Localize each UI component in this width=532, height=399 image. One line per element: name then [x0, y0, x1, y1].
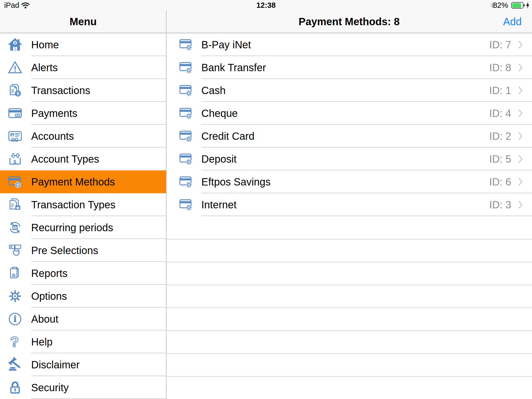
payment-method-row-credit-card[interactable]: Credit Card ID: 2 — [166, 125, 532, 148]
options-gear-icon — [8, 289, 23, 304]
recurring-calendar-icon: 10 — [8, 220, 23, 235]
sidebar-item-label: Transactions — [31, 79, 90, 102]
battery-icon — [511, 2, 523, 9]
disclaimer-gavel-icon — [8, 357, 23, 372]
chevron-right-icon — [518, 178, 523, 186]
chevron-right-icon — [518, 64, 523, 71]
sidebar-item-label: Accounts — [31, 125, 74, 148]
sidebar-item-label: Transaction Types — [31, 193, 116, 216]
row-id-label: ID: 4 — [489, 102, 511, 125]
sidebar-item-transaction-types[interactable]: Transaction Types — [0, 193, 166, 216]
home-icon: $ — [8, 37, 23, 52]
charging-bolt-icon — [526, 1, 530, 10]
payment-method-card-gear-icon — [178, 106, 194, 121]
sidebar-item-payments[interactable]: $ Payments — [0, 102, 166, 125]
sidebar-item-account-types[interactable]: $ Account Types — [0, 148, 166, 170]
chevron-right-icon — [518, 201, 523, 209]
empty-row-separator — [166, 330, 532, 331]
status-time: 12:38 — [256, 0, 276, 10]
payment-method-card-gear-icon — [178, 60, 194, 75]
payment-method-row-deposit[interactable]: Deposit ID: 5 — [166, 148, 532, 170]
payment-method-card-gear-icon — [178, 152, 194, 166]
payment-method-row-eftpos-savings[interactable]: Eftpos Savings ID: 6 — [166, 170, 532, 193]
sidebar-item-label: Security — [31, 376, 69, 399]
wifi-icon — [21, 2, 30, 10]
empty-row-separator — [166, 308, 532, 308]
sidebar-item-pre-selections[interactable]: Pre Selections — [0, 239, 166, 262]
chevron-right-icon — [518, 41, 523, 49]
svg-text:?: ? — [10, 334, 19, 349]
row-name-label: Cheque — [201, 102, 238, 125]
sidebar-item-label: Reports — [31, 262, 68, 285]
svg-text:$: $ — [13, 159, 16, 165]
payment-method-row-bank-transfer[interactable]: Bank Transfer ID: 8 — [166, 56, 532, 79]
security-lock-icon — [8, 380, 23, 395]
header-bar: iPad 12:38 82% Menu Payment Methods: 8 A — [0, 0, 532, 33]
chevron-right-icon — [518, 87, 523, 94]
empty-row-separator — [166, 285, 532, 285]
sidebar-item-label: Payment Methods — [31, 170, 115, 193]
reports-chart-icon — [8, 266, 23, 281]
sidebar-item-security[interactable]: Security — [0, 376, 166, 399]
payment-method-card-gear-icon — [178, 129, 194, 143]
empty-row-separator — [166, 239, 532, 240]
payment-method-row-cash[interactable]: Cash ID: 1 — [166, 79, 532, 102]
split-view-divider — [166, 10, 167, 399]
row-name-label: Eftpos Savings — [201, 170, 271, 193]
sidebar-item-payment-methods[interactable]: Payment Methods — [0, 170, 166, 193]
transactions-document-icon: $ — [8, 83, 23, 98]
row-name-label: Cash — [201, 79, 225, 102]
sidebar-item-accounts[interactable]: Accounts — [0, 125, 166, 148]
svg-text:10: 10 — [14, 227, 17, 230]
row-name-label: Credit Card — [201, 125, 255, 148]
sidebar-item-home[interactable]: $ Home — [0, 33, 166, 56]
svg-text:!: ! — [14, 64, 17, 74]
app-screen: iPad 12:38 82% Menu Payment Methods: 8 A — [0, 0, 532, 399]
payments-card-icon: $ — [8, 106, 23, 121]
sidebar-item-disclaimer[interactable]: Disclaimer — [0, 353, 166, 376]
page-title: Payment Methods: 8 — [166, 10, 532, 33]
sidebar-item-about[interactable]: i About — [0, 308, 166, 330]
sidebar-item-label: Disclaimer — [31, 353, 80, 376]
accounts-id-card-icon — [8, 129, 23, 144]
svg-text:$: $ — [17, 114, 18, 117]
sidebar-item-label: Alerts — [31, 56, 58, 79]
row-id-label: ID: 2 — [489, 125, 511, 148]
transaction-types-document-icon — [8, 197, 23, 212]
row-id-label: ID: 3 — [489, 193, 511, 216]
row-id-label: ID: 7 — [489, 33, 511, 56]
sidebar-item-alerts[interactable]: ! Alerts — [0, 56, 166, 79]
add-button[interactable]: Add — [503, 10, 522, 33]
payment-method-row-internet[interactable]: Internet ID: 3 — [166, 193, 532, 216]
payment-method-row-b-pay-inet[interactable]: B-Pay iNet ID: 7 — [166, 33, 532, 56]
row-id-label: ID: 6 — [489, 170, 511, 193]
svg-text:i: i — [13, 314, 17, 324]
sidebar-item-label: About — [31, 308, 58, 330]
chevron-right-icon — [518, 132, 523, 140]
empty-row-separator — [166, 353, 532, 354]
row-id-label: ID: 8 — [489, 56, 511, 79]
sidebar-item-help[interactable]: ? Help — [0, 330, 166, 353]
battery-nub — [524, 4, 525, 6]
battery-percent-label: 82% — [493, 0, 508, 10]
empty-row-separator — [166, 376, 532, 377]
sidebar-item-options[interactable]: Options — [0, 285, 166, 308]
sidebar-item-label: Home — [31, 33, 59, 56]
sidebar-item-transactions[interactable]: $ Transactions — [0, 79, 166, 102]
payment-method-row-cheque[interactable]: Cheque ID: 4 — [166, 102, 532, 125]
sidebar-item-reports[interactable]: Reports — [0, 262, 166, 285]
sidebar-item-label: Payments — [31, 102, 77, 125]
svg-text:$: $ — [17, 91, 19, 96]
row-name-label: B-Pay iNet — [201, 33, 251, 56]
row-name-label: Bank Transfer — [201, 56, 266, 79]
chevron-right-icon — [518, 155, 523, 163]
chevron-right-icon — [518, 109, 523, 117]
payment-method-card-gear-icon — [178, 83, 194, 98]
alert-triangle-icon: ! — [8, 60, 23, 75]
payment-method-card-gear-icon — [178, 37, 194, 52]
row-id-label: ID: 5 — [489, 148, 511, 170]
sidebar-title: Menu — [0, 10, 166, 33]
svg-text:$: $ — [14, 41, 16, 45]
row-name-label: Deposit — [201, 148, 237, 170]
sidebar-item-recurring-periods[interactable]: 10 Recurring periods — [0, 216, 166, 239]
